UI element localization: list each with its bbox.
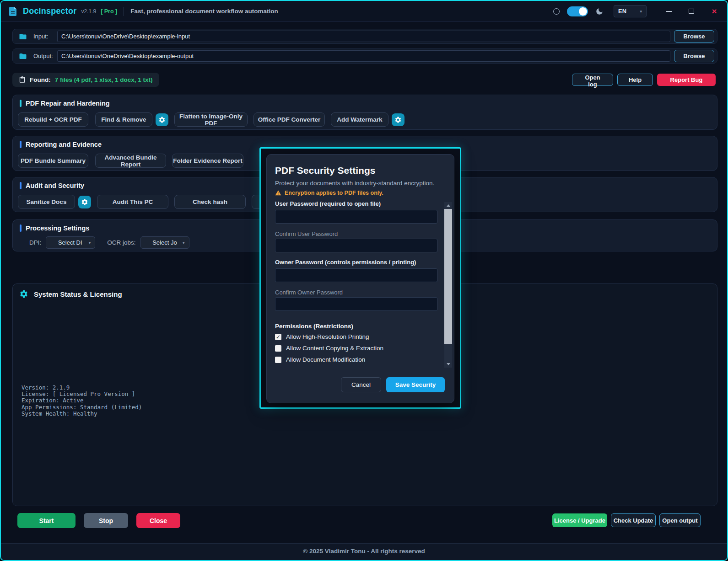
confirm-user-password-label: Confirm User Password xyxy=(275,230,338,237)
app-title: DocInspector xyxy=(23,6,76,16)
ocr-jobs-select[interactable]: — Select Jo ▾ xyxy=(140,236,189,249)
close-icon: × xyxy=(712,7,717,16)
section-title: Audit and Security xyxy=(26,182,84,189)
modal-scrollbar[interactable] xyxy=(444,202,452,368)
output-path-field[interactable] xyxy=(57,50,670,62)
rebuild-ocr-pdf-button[interactable]: Rebuild + OCR PDF xyxy=(18,112,88,127)
start-button[interactable]: Start xyxy=(17,513,75,528)
allow-printing-checkbox-row[interactable]: ✓ Allow High-Resolution Printing xyxy=(275,333,369,340)
modal-subtitle: Protect your documents with industry-sta… xyxy=(275,180,434,187)
check-hash-button[interactable]: Check hash xyxy=(174,195,246,209)
confirm-owner-password-field[interactable] xyxy=(275,297,437,311)
find-remove-button[interactable]: Find & Remove xyxy=(95,112,152,127)
scroll-up-arrow[interactable] xyxy=(444,202,452,209)
found-value: 7 files (4 pdf, 1 xlsx, 1 docx, 1 txt) xyxy=(55,76,153,83)
save-security-button[interactable]: Save Security xyxy=(386,377,445,392)
modal-warning-text: Encryption applies to PDF files only. xyxy=(285,190,383,196)
found-label: Found: xyxy=(30,76,51,83)
cancel-button[interactable]: Cancel xyxy=(341,377,381,392)
input-path-row: Input: Browse xyxy=(12,29,717,44)
app-window: DocInspector v2.1.9 [ Pro ] Fast, profes… xyxy=(0,0,728,561)
section-accent-bar xyxy=(20,224,22,232)
section-accent-bar xyxy=(20,182,22,189)
modal-title: PDF Security Settings xyxy=(275,165,375,176)
advanced-bundle-report-button[interactable]: Advanced Bundle Report xyxy=(95,154,166,168)
folder-icon xyxy=(19,32,27,41)
output-path-row: Output: Browse xyxy=(12,48,717,64)
toggle-knob xyxy=(579,7,587,16)
report-bug-button[interactable]: Report Bug xyxy=(657,74,716,86)
office-pdf-converter-button[interactable]: Office PDF Converter xyxy=(253,112,325,127)
scroll-down-arrow[interactable] xyxy=(444,361,452,368)
gear-icon xyxy=(81,198,88,206)
warning-triangle-icon xyxy=(275,190,281,196)
input-path-field[interactable] xyxy=(57,31,670,42)
output-browse-button[interactable]: Browse xyxy=(674,50,714,62)
divider xyxy=(124,7,124,16)
title-bar: DocInspector v2.1.9 [ Pro ] Fast, profes… xyxy=(1,1,727,22)
chevron-down-icon: ▾ xyxy=(89,240,91,245)
pdf-security-modal: PDF Security Settings Protect your docum… xyxy=(259,147,461,409)
section-accent-bar xyxy=(20,100,22,107)
dpi-label: DPI: xyxy=(29,239,41,246)
open-log-button[interactable]: Open log xyxy=(572,74,613,86)
check-icon: ✓ xyxy=(276,334,280,340)
minimize-button[interactable] xyxy=(664,7,673,16)
ocr-jobs-select-value: — Select Jo xyxy=(145,239,177,246)
user-password-label: User Password (required to open file) xyxy=(275,200,381,207)
checkbox[interactable]: ✓ xyxy=(275,334,281,340)
stop-button[interactable]: Stop xyxy=(84,513,128,528)
watermark-settings-button[interactable] xyxy=(392,113,404,126)
pdf-bundle-summary-button[interactable]: PDF Bundle Summary xyxy=(18,154,88,168)
output-label: Output: xyxy=(33,53,57,59)
checkbox-label: Allow Document Modification xyxy=(286,356,365,363)
section-accent-bar xyxy=(20,141,22,148)
ocr-jobs-label: OCR jobs: xyxy=(107,239,135,246)
found-files-badge: Found: 7 files (4 pdf, 1 xlsx, 1 docx, 1… xyxy=(12,73,159,87)
owner-password-field[interactable] xyxy=(275,268,437,282)
clipboard-icon xyxy=(19,76,26,83)
sanitize-settings-button[interactable] xyxy=(78,196,91,208)
input-browse-button[interactable]: Browse xyxy=(674,30,714,43)
app-logo-icon xyxy=(7,6,18,17)
language-value: EN xyxy=(618,8,626,15)
app-tagline: Fast, professional document workflow aut… xyxy=(130,8,278,15)
find-remove-settings-button[interactable] xyxy=(156,113,168,126)
gear-icon xyxy=(19,289,28,299)
allow-copying-checkbox-row[interactable]: ✓ Allow Content Copying & Extraction xyxy=(275,345,383,352)
maximize-button[interactable] xyxy=(687,7,696,16)
close-button[interactable]: Close xyxy=(136,513,180,528)
open-output-button[interactable]: Open output xyxy=(659,513,701,527)
copyright-text: © 2025 Vladimir Tonu - All rights reserv… xyxy=(303,548,425,561)
language-select[interactable]: EN ▾ xyxy=(614,5,647,17)
checkbox-label: Allow Content Copying & Extraction xyxy=(286,345,383,352)
gear-icon xyxy=(394,116,402,123)
user-password-field[interactable] xyxy=(275,210,437,224)
scrollbar-thumb[interactable] xyxy=(444,209,452,344)
license-upgrade-button[interactable]: License / Upgrade xyxy=(552,513,607,527)
folder-evidence-report-button[interactable]: Folder Evidence Report xyxy=(172,154,243,168)
allow-modification-checkbox-row[interactable]: ✓ Allow Document Modification xyxy=(275,356,365,363)
pdf-security-panel: PDF Security Settings Protect your docum… xyxy=(266,154,454,403)
checkbox[interactable]: ✓ xyxy=(275,345,281,352)
dpi-select[interactable]: — Select DI ▾ xyxy=(46,236,95,249)
sun-icon xyxy=(553,8,560,15)
section-title: Processing Settings xyxy=(26,224,89,232)
minimize-icon xyxy=(666,11,672,12)
checkbox-label: Allow High-Resolution Printing xyxy=(286,333,369,340)
gear-icon xyxy=(158,116,166,123)
checkbox[interactable]: ✓ xyxy=(275,357,281,363)
section-title: PDF Repair and Hardening xyxy=(26,100,110,107)
help-button[interactable]: Help xyxy=(617,74,653,86)
license-status-text: Version: 2.1.9 License: [ Licensed Pro V… xyxy=(22,385,142,417)
add-watermark-button[interactable]: Add Watermark xyxy=(331,112,388,127)
folder-icon xyxy=(19,52,27,60)
flatten-image-pdf-button[interactable]: Flatten to Image-Only PDF xyxy=(174,112,248,127)
close-window-button[interactable]: × xyxy=(710,7,719,16)
theme-toggle[interactable] xyxy=(567,6,588,16)
check-update-button[interactable]: Check Update xyxy=(611,513,656,527)
confirm-user-password-field[interactable] xyxy=(275,239,437,252)
audit-this-pc-button[interactable]: Audit This PC xyxy=(97,195,168,209)
sanitize-docs-button[interactable]: Sanitize Docs xyxy=(18,195,75,209)
chevron-down-icon: ▾ xyxy=(640,9,642,14)
